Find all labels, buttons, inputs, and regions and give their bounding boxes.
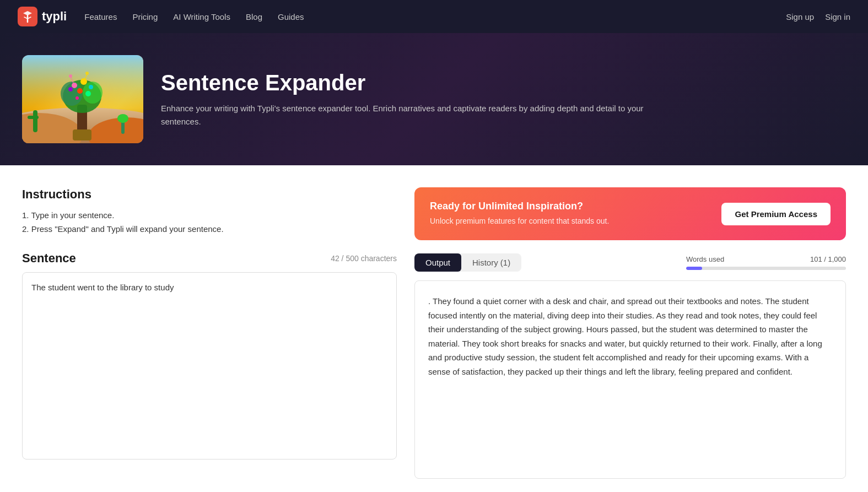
hero-section: Sentence Expander Enhance your writing w… xyxy=(0,33,868,165)
hero-title: Sentence Expander xyxy=(161,71,846,95)
output-box: . They found a quiet corner with a desk … xyxy=(414,280,846,479)
svg-point-24 xyxy=(117,114,128,123)
nav-blog[interactable]: Blog xyxy=(246,12,262,21)
tab-output[interactable]: Output xyxy=(414,253,461,272)
svg-point-12 xyxy=(89,85,93,89)
svg-point-16 xyxy=(76,96,79,100)
svg-point-15 xyxy=(85,91,91,96)
sentence-header: Sentence 42 / 500 characters xyxy=(22,251,397,266)
logo-icon xyxy=(18,7,37,26)
nav-guides[interactable]: Guides xyxy=(278,12,304,21)
svg-rect-6 xyxy=(73,129,91,140)
nav-links: Features Pricing AI Writing Tools Blog G… xyxy=(84,12,768,21)
output-tabs: Output History (1) xyxy=(414,253,521,272)
hero-description: Enhance your writing with Typli's senten… xyxy=(161,102,657,128)
right-panel: Ready for Unlimited Inspiration? Unlock … xyxy=(414,187,846,479)
signin-link[interactable]: Sign in xyxy=(825,12,850,21)
tabs-row: Output History (1) Words used 101 / 1,00… xyxy=(414,253,846,272)
instruction-step-1: 1. Type in your sentence. xyxy=(22,210,397,220)
output-text: . They found a quiet corner with a desk … xyxy=(428,294,832,379)
premium-title: Ready for Unlimited Inspiration? xyxy=(430,201,609,212)
words-label-row: Words used 101 / 1,000 xyxy=(686,255,846,263)
svg-point-19 xyxy=(69,74,72,78)
premium-banner: Ready for Unlimited Inspiration? Unlock … xyxy=(414,187,846,240)
svg-point-9 xyxy=(83,82,103,104)
nav-ai-writing-tools[interactable]: AI Writing Tools xyxy=(173,12,230,21)
tab-history[interactable]: History (1) xyxy=(461,253,521,272)
logo[interactable]: typli xyxy=(18,7,67,26)
instruction-step-2: 2. Press "Expand" and Typli will expand … xyxy=(22,224,397,234)
svg-point-8 xyxy=(61,82,83,106)
main-content: Instructions 1. Type in your sentence. 2… xyxy=(0,165,868,492)
svg-point-14 xyxy=(68,87,73,91)
hero-image xyxy=(22,55,143,143)
left-panel: Instructions 1. Type in your sentence. 2… xyxy=(22,187,397,462)
premium-button[interactable]: Get Premium Access xyxy=(721,203,831,225)
svg-rect-21 xyxy=(33,110,37,132)
instructions-list: 1. Type in your sentence. 2. Press "Expa… xyxy=(22,210,397,234)
words-progress-fill xyxy=(686,267,702,270)
words-used-section: Words used 101 / 1,000 xyxy=(686,255,846,270)
navbar: typli Features Pricing AI Writing Tools … xyxy=(0,0,868,33)
words-used-count: 101 / 1,000 xyxy=(810,255,846,263)
words-used-label: Words used xyxy=(686,255,724,263)
char-count: 42 / 500 characters xyxy=(331,254,397,263)
premium-description: Unlock premium features for content that… xyxy=(430,215,609,227)
sentence-input[interactable] xyxy=(22,272,397,459)
svg-point-20 xyxy=(85,72,89,75)
sentence-title: Sentence xyxy=(22,251,76,266)
signup-link[interactable]: Sign up xyxy=(786,12,814,21)
words-progress-bar xyxy=(686,267,846,270)
svg-rect-22 xyxy=(28,116,39,119)
nav-features[interactable]: Features xyxy=(84,12,117,21)
nav-right: Sign up Sign in xyxy=(786,12,850,21)
logo-text: typli xyxy=(42,9,67,24)
instructions-title: Instructions xyxy=(22,187,397,202)
svg-point-13 xyxy=(77,88,83,94)
hero-text: Sentence Expander Enhance your writing w… xyxy=(161,71,846,128)
nav-pricing[interactable]: Pricing xyxy=(132,12,158,21)
premium-text: Ready for Unlimited Inspiration? Unlock … xyxy=(430,201,609,227)
